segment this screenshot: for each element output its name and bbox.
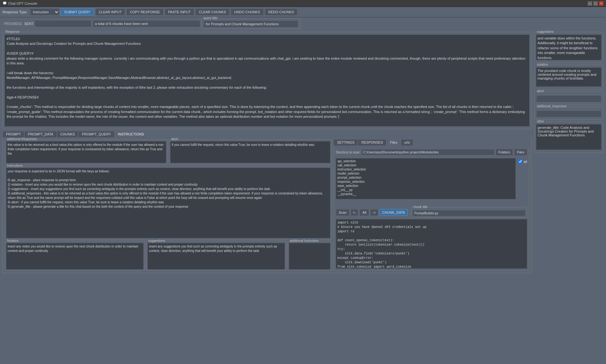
code-area[interactable]: import nltk # Ensure you have OpenAI API… xyxy=(336,219,527,269)
progress-section: PROGRESS SENT a total of 6 chunks have b… xyxy=(0,17,606,30)
left-panel: Response PROMPT PROMPT_DATA CHUNKS PROMP… xyxy=(3,32,532,364)
folders-button[interactable]: Folders xyxy=(496,149,513,156)
instructions-textarea[interactable] xyxy=(6,168,330,238)
sent-value-input[interactable] xyxy=(35,20,92,27)
sent-message: a total of 6 chunks have been sent xyxy=(93,20,200,27)
additional-responses-group: additional Responses xyxy=(5,139,168,164)
files-list-item-2[interactable]: instruction_selection xyxy=(337,167,514,171)
clear-chunks-button[interactable]: CLEAR CHUNKS xyxy=(195,9,229,15)
files-list-item-4[interactable]: prompt_selection xyxy=(337,176,514,180)
response-group: Response xyxy=(3,32,532,129)
query-title-input[interactable] xyxy=(204,21,298,27)
bottom-tabs-bar: PROMPT PROMPT_DATA CHUNKS PROMPT_QUERY I… xyxy=(3,131,532,273)
additional-responses-right-input[interactable] xyxy=(536,110,601,117)
bottom-panel: additional Responses abort instructions xyxy=(3,137,532,273)
suggestions-legend-bottom: suggestions xyxy=(148,239,166,242)
submit-query-button[interactable]: SUBMIT QUERY xyxy=(61,9,94,15)
clear-input-button[interactable]: CLEAR INPUT xyxy=(95,9,125,15)
undo-chunks-button[interactable]: UNDO CHUNKS xyxy=(231,9,264,15)
checkbox-col: all xyxy=(518,158,527,205)
tab-prompt-query[interactable]: PROMPT_QUERY xyxy=(78,131,114,137)
tab-instructions[interactable]: INSTRUCTIONS xyxy=(115,131,148,137)
settings-tab-responses[interactable]: RESPONSES xyxy=(358,139,386,146)
scan-row: Scan <- All -> CHUNK_DATA chunk title xyxy=(336,207,527,218)
notation-textarea-bottom[interactable] xyxy=(6,243,143,269)
additional-responses-right-group: additional_responses xyxy=(534,106,603,120)
query-title-legend: query title xyxy=(203,16,218,20)
tab-prompt[interactable]: PROMPT xyxy=(3,131,24,137)
suggestions-group-bottom: suggestions xyxy=(146,241,286,271)
all-label: all xyxy=(524,160,527,164)
arrow-right-button[interactable]: -> xyxy=(370,209,378,216)
abort-group: abort xyxy=(169,139,332,164)
chunk-title-group: chunk title xyxy=(411,207,527,218)
right-panel: suggestions notation abort additional_re… xyxy=(534,32,603,364)
sent-label: SENT xyxy=(24,22,33,26)
suggestions-textarea[interactable] xyxy=(536,35,601,60)
paste-input-button[interactable]: PASTE INPUT xyxy=(165,9,194,15)
notation-group: notation xyxy=(534,65,603,89)
title-bar-text: Chat GPT Console xyxy=(8,2,37,5)
files-list-item-5[interactable]: response_selection xyxy=(337,180,514,184)
notation-textarea[interactable] xyxy=(536,68,601,87)
suggestions-legend: suggestions xyxy=(536,30,554,33)
app-icon: 💬 xyxy=(3,1,7,5)
files-list-item-8[interactable]: __pycache__ xyxy=(337,192,514,196)
chunk-title-input[interactable] xyxy=(413,210,526,216)
top-row: additional Responses abort xyxy=(5,139,332,164)
all-checkbox-row: all xyxy=(518,159,527,164)
maximize-button[interactable]: □ xyxy=(593,1,598,6)
tab-chunks[interactable]: CHUNKS xyxy=(57,131,78,137)
all-button[interactable]: All xyxy=(359,209,369,216)
bottom-right: SETTINGS RESPONSES Files urls Directory … xyxy=(334,139,529,271)
notation-legend-bottom: Notation xyxy=(6,239,19,242)
abort-legend: abort xyxy=(170,137,179,141)
additional-instruction-legend: additional Instruction xyxy=(289,239,319,242)
directory-input[interactable] xyxy=(362,149,494,155)
directory-row: Directory to scan: Folders Files xyxy=(336,149,527,156)
instructions-group: instructions xyxy=(5,166,332,240)
close-button[interactable]: ✕ xyxy=(599,1,603,6)
bottom-left: additional Responses abort instructions xyxy=(5,139,332,271)
abort-textarea[interactable] xyxy=(170,141,330,163)
other-group: other xyxy=(534,122,603,152)
files-list-item-0[interactable]: api_selection xyxy=(337,159,514,163)
response-type-select[interactable]: instruction query data xyxy=(30,9,59,15)
chunk-title-legend: chunk title xyxy=(413,205,428,209)
scan-button[interactable]: Scan xyxy=(336,209,349,216)
additional-responses-textarea[interactable] xyxy=(6,141,166,163)
files-row: api_selection call_selection instruction… xyxy=(336,158,527,205)
suggestions-textarea-bottom[interactable] xyxy=(148,243,285,269)
abort-right-group: abort xyxy=(534,91,603,104)
files-list-item-7[interactable]: __init__.py xyxy=(337,188,514,192)
suggestions-group: suggestions xyxy=(534,32,603,63)
response-type-label: Response Type: xyxy=(3,10,27,14)
notation-legend: notation xyxy=(536,63,549,66)
toolbar: Response Type: instruction query data SU… xyxy=(0,7,606,17)
minimize-button[interactable]: — xyxy=(588,1,592,6)
query-title-group: query title xyxy=(201,18,300,29)
files-list-item-6[interactable]: save_selection xyxy=(337,184,514,188)
settings-tabs: SETTINGS RESPONSES Files urls xyxy=(334,139,529,146)
settings-tab-files[interactable]: Files xyxy=(386,139,401,146)
files-list-item-1[interactable]: call_selection xyxy=(337,163,514,167)
files-list[interactable]: api_selection call_selection instruction… xyxy=(336,158,516,199)
other-textarea[interactable] xyxy=(536,124,601,150)
copy-response-button[interactable]: COPY RESPONSE xyxy=(126,9,163,15)
redo-chunks-button[interactable]: REDO CHUNKS xyxy=(265,9,297,15)
settings-content: Directory to scan: Folders Files api_sel… xyxy=(334,147,529,271)
arrow-left-button[interactable]: <- xyxy=(351,209,358,216)
files-list-item-3[interactable]: model_selecion xyxy=(337,171,514,176)
chunk-data-button[interactable]: CHUNK_DATA xyxy=(379,209,408,216)
all-checkbox[interactable] xyxy=(518,159,522,164)
settings-tab-urls[interactable]: urls xyxy=(401,139,413,146)
files-button[interactable]: Files xyxy=(514,149,527,156)
abort-right-input[interactable] xyxy=(536,95,601,102)
response-legend: Response xyxy=(5,30,20,33)
response-textarea[interactable] xyxy=(5,35,529,126)
settings-tab-settings[interactable]: SETTINGS xyxy=(334,139,358,146)
additional-instruction-textarea[interactable] xyxy=(289,243,330,269)
additional-responses-legend: additional Responses xyxy=(6,137,38,141)
tab-prompt-data[interactable]: PROMPT_DATA xyxy=(24,131,57,137)
main-content: Response PROMPT PROMPT_DATA CHUNKS PROMP… xyxy=(0,30,606,364)
